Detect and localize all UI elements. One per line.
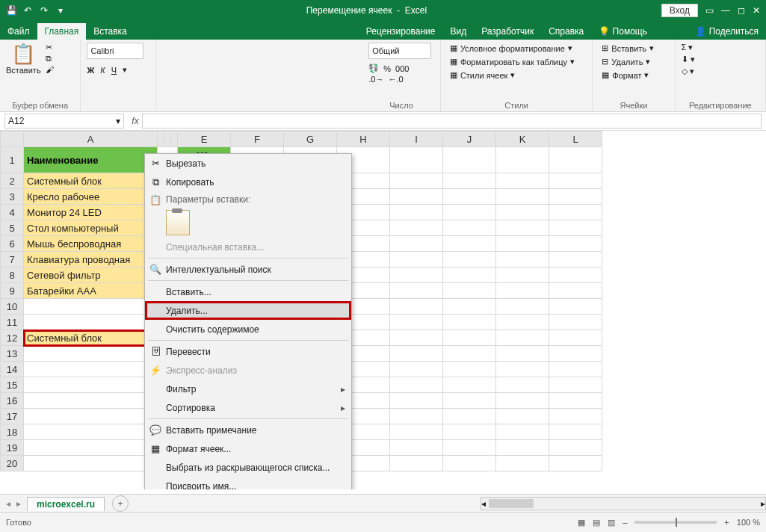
ctx-сортировка[interactable]: Сортировка▸ [145, 398, 351, 417]
clear-icon[interactable]: ◇ ▾ [682, 66, 694, 76]
cell[interactable] [496, 362, 549, 377]
cell[interactable] [390, 173, 443, 189]
cell[interactable]: Системный блок [24, 330, 158, 346]
ctx-интеллектуальный-поиск[interactable]: 🔍Интеллектуальный поиск [145, 260, 351, 279]
maximize-icon[interactable]: ◻ [738, 5, 745, 16]
format-painter-icon[interactable]: 🖌 [46, 65, 54, 74]
sheet-nav-prev-icon[interactable]: ◂ [0, 498, 16, 509]
tab-insert[interactable]: Вставка [86, 23, 135, 40]
ctx-удалить[interactable]: Удалить... [145, 301, 351, 320]
share-button[interactable]: 👤 Поделиться [688, 23, 766, 40]
row-header[interactable]: 18 [1, 424, 24, 440]
cell[interactable]: Кресло рабочее [24, 189, 158, 205]
cell[interactable] [24, 315, 158, 330]
cell[interactable] [549, 362, 602, 377]
cell[interactable] [549, 440, 602, 456]
column-header[interactable]: K [496, 132, 549, 147]
ctx-копировать[interactable]: ⧉Копировать [145, 173, 351, 191]
cell[interactable] [390, 283, 443, 299]
minimize-icon[interactable]: — [721, 5, 730, 16]
ctx-специальная-вставка[interactable]: Специальная вставка... [145, 238, 351, 256]
currency-icon[interactable]: 💱 [368, 64, 379, 73]
column-header[interactable] [158, 132, 164, 147]
cell[interactable] [390, 440, 443, 456]
cell[interactable]: Мышь беспроводная [24, 236, 158, 252]
row-header[interactable]: 15 [1, 377, 24, 393]
cell[interactable] [443, 315, 496, 330]
cell[interactable] [496, 283, 549, 299]
zoom-slider[interactable] [634, 521, 717, 524]
cell[interactable] [390, 299, 443, 315]
zoom-in-icon[interactable]: + [724, 518, 729, 527]
column-header[interactable]: H [337, 132, 390, 147]
cell[interactable] [496, 299, 549, 315]
ctx-присвоить-имя[interactable]: Присвоить имя... [145, 477, 351, 489]
row-header[interactable]: 13 [1, 346, 24, 362]
cell[interactable] [24, 424, 158, 440]
row-header[interactable]: 10 [1, 299, 24, 315]
column-header[interactable] [171, 132, 178, 147]
worksheet-grid[interactable]: AEFGHIJKL1Наименованиема,б.2Системный бл… [0, 131, 766, 489]
row-header[interactable]: 17 [1, 409, 24, 424]
cell[interactable] [443, 299, 496, 315]
row-header[interactable]: 3 [1, 189, 24, 205]
insert-cells-button[interactable]: ⊞ Вставить ▾ [599, 43, 668, 54]
cell[interactable] [390, 362, 443, 377]
cell[interactable] [24, 362, 158, 377]
ctx-формат-ячеек[interactable]: ▦Формат ячеек... [145, 439, 351, 458]
cell[interactable] [390, 424, 443, 440]
cell[interactable] [549, 189, 602, 205]
paste-button[interactable]: Вставить [6, 66, 41, 75]
column-header[interactable]: L [549, 132, 602, 147]
cell[interactable] [496, 205, 549, 220]
cell[interactable] [390, 409, 443, 424]
cell[interactable] [24, 393, 158, 409]
redo-icon[interactable]: ↷ [39, 5, 49, 16]
sheet-nav-next-icon[interactable]: ▸ [16, 498, 21, 509]
row-header[interactable]: 4 [1, 205, 24, 220]
cell[interactable] [443, 330, 496, 346]
column-header[interactable]: J [443, 132, 496, 147]
cell[interactable] [549, 377, 602, 393]
number-format-combo[interactable]: Общий [368, 43, 431, 59]
cell[interactable] [496, 220, 549, 236]
cell[interactable] [443, 205, 496, 220]
cell[interactable] [496, 147, 549, 173]
cell[interactable] [443, 189, 496, 205]
cell[interactable]: Сетевой фильтр [24, 267, 158, 283]
row-header[interactable]: 8 [1, 267, 24, 283]
cell[interactable] [496, 189, 549, 205]
cell[interactable] [390, 205, 443, 220]
row-header[interactable]: 19 [1, 440, 24, 456]
cell[interactable] [549, 393, 602, 409]
cell[interactable] [496, 393, 549, 409]
save-icon[interactable]: 💾 [6, 5, 16, 16]
add-sheet-button[interactable]: + [112, 495, 129, 512]
view-pagelayout-icon[interactable]: ▤ [593, 518, 600, 528]
cell[interactable] [390, 377, 443, 393]
row-header[interactable]: 12 [1, 330, 24, 346]
cell[interactable] [390, 189, 443, 205]
tab-tellme[interactable]: 💡 Помощь [591, 23, 655, 40]
cell[interactable] [390, 267, 443, 283]
cell[interactable] [549, 330, 602, 346]
format-cells-button[interactable]: ▦ Формат ▾ [599, 69, 668, 81]
ctx-вставить-примечание[interactable]: 💬Вставить примечание [145, 421, 351, 439]
cell[interactable] [443, 147, 496, 173]
cell[interactable] [443, 440, 496, 456]
column-header[interactable]: I [390, 132, 443, 147]
close-icon[interactable]: ✕ [753, 5, 760, 16]
cell[interactable] [496, 346, 549, 362]
cell[interactable] [390, 236, 443, 252]
formula-input[interactable] [142, 114, 762, 129]
row-header[interactable]: 20 [1, 456, 24, 471]
cell[interactable] [24, 299, 158, 315]
cell[interactable]: Стол компьютерный [24, 220, 158, 236]
row-header[interactable]: 7 [1, 252, 24, 267]
cell[interactable] [390, 393, 443, 409]
cell[interactable] [24, 409, 158, 424]
row-header[interactable]: 1 [1, 147, 24, 173]
cell[interactable] [443, 173, 496, 189]
cell[interactable] [390, 147, 443, 173]
cell[interactable] [496, 440, 549, 456]
